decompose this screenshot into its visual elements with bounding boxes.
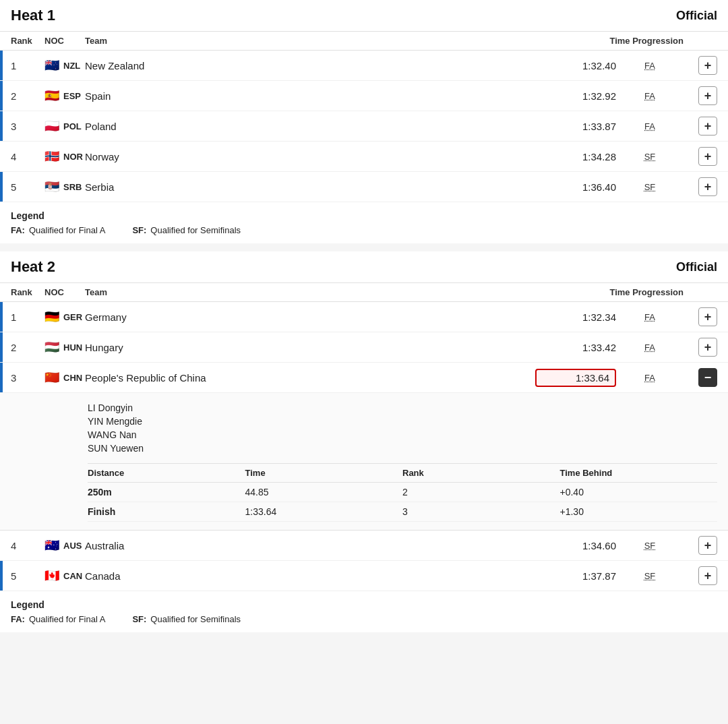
time-prog-col-header: Time Progression <box>535 36 684 46</box>
noc-code-esp: ESP <box>63 91 81 101</box>
noc-hun: 🇭🇺 HUN <box>44 342 85 353</box>
progression-aus: SF <box>616 541 684 551</box>
legend2-sf-val: Qualified for Semifinals <box>150 614 241 624</box>
heat2-row-1: 1 🇩🇪 GER Germany 1:32.34 FA + <box>0 302 728 332</box>
expand-can[interactable]: + <box>698 566 717 585</box>
rank-4: 4 <box>11 151 44 162</box>
legend2-sf: SF: Qualified for Semifinals <box>132 614 241 624</box>
distance-col: Distance <box>88 468 245 478</box>
noc-code-hun: HUN <box>63 342 82 353</box>
expand-aus[interactable]: + <box>698 536 717 555</box>
team-esp: Spain <box>85 90 535 102</box>
athlete-2: YIN Mengdie <box>88 415 717 428</box>
expand-pol[interactable]: + <box>698 117 717 135</box>
noc-srb: 🇷🇸 SRB <box>44 181 85 192</box>
rank-5: 5 <box>11 181 44 193</box>
heat2-table-header: Rank NOC Team Time Progression <box>0 282 728 302</box>
expand-ger[interactable]: + <box>698 307 717 326</box>
noc-code-ger: GER <box>63 312 82 322</box>
flag-can: 🇨🇦 <box>44 570 61 581</box>
progression-srb: SF <box>616 182 684 192</box>
progression-hun: FA <box>616 342 684 353</box>
heat1-block: Heat 1 Official Rank NOC Team Time Progr… <box>0 0 728 243</box>
split-rank-finish: 3 <box>402 506 560 517</box>
heat1-row-2: 2 🇪🇸 ESP Spain 1:32.92 FA + <box>0 81 728 111</box>
expand-esp[interactable]: + <box>698 86 717 105</box>
rank-col-header: Rank <box>11 36 44 46</box>
progression-nzl: FA <box>616 61 684 71</box>
split-rank-250: 2 <box>402 487 560 497</box>
rank-ger: 1 <box>11 311 44 323</box>
progression-esp: FA <box>616 91 684 101</box>
progression-can: SF <box>616 571 684 581</box>
rank-can: 5 <box>11 570 44 582</box>
legend1-fa-val: Qualified for Final A <box>29 225 105 235</box>
legend1-items: FA: Qualified for Final A SF: Qualified … <box>11 225 717 235</box>
rank-col: Rank <box>402 468 560 478</box>
rank-chn: 3 <box>11 372 44 384</box>
flag-esp: 🇪🇸 <box>44 90 61 101</box>
time-prog-col-header2: Time Progression <box>535 287 684 297</box>
rank-hun: 2 <box>11 342 44 353</box>
team-col-header: Team <box>85 36 535 46</box>
flag-hun: 🇭🇺 <box>44 342 61 353</box>
legend2-title: Legend <box>11 599 717 610</box>
rank-1: 1 <box>11 60 44 71</box>
expand-nzl[interactable]: + <box>698 56 717 75</box>
legend2-fa-val: Qualified for Final A <box>29 614 105 624</box>
noc-chn: 🇨🇳 CHN <box>44 372 85 383</box>
team-pol: Poland <box>85 121 535 132</box>
athlete-4: SUN Yuewen <box>88 442 717 455</box>
splits-header: Distance Time Rank Time Behind <box>88 464 717 483</box>
noc-code-nor: NOR <box>63 152 83 162</box>
legend2-sf-key: SF: <box>132 614 146 624</box>
athlete-3: WANG Nan <box>88 428 717 442</box>
legend1-sf: SF: Qualified for Semifinals <box>132 225 241 235</box>
noc-ger: 🇩🇪 GER <box>44 311 85 322</box>
time-hun: 1:33.42 <box>535 342 616 353</box>
heat1-legend: Legend FA: Qualified for Final A SF: Qua… <box>0 202 728 243</box>
heat1-row-4: 4 🇳🇴 NOR Norway 1:34.28 SF + <box>0 142 728 172</box>
team-aus: Australia <box>85 540 535 551</box>
noc-nor: 🇳🇴 NOR <box>44 151 85 162</box>
noc-can: 🇨🇦 CAN <box>44 570 85 581</box>
split-distance-finish: Finish <box>88 506 245 517</box>
heat2-row-2: 2 🇭🇺 HUN Hungary 1:33.42 FA + <box>0 332 728 363</box>
flag-pol: 🇵🇱 <box>44 121 61 131</box>
legend1-sf-key: SF: <box>132 225 146 235</box>
time-nzl: 1:32.40 <box>535 60 616 71</box>
china-splits-table: Distance Time Rank Time Behind 250m 44.8… <box>88 463 717 522</box>
team-ger: Germany <box>85 311 535 323</box>
progression-chn: FA <box>616 373 684 383</box>
expand-srb[interactable]: + <box>698 177 717 196</box>
split-time-finish: 1:33.64 <box>245 506 403 517</box>
rank-2: 2 <box>11 90 44 102</box>
rank-aus: 4 <box>11 540 44 551</box>
heat1-row-5: 5 🇷🇸 SRB Serbia 1:36.40 SF + <box>0 172 728 202</box>
heat2-row-5: 5 🇨🇦 CAN Canada 1:37.87 SF + <box>0 561 728 591</box>
team-srb: Serbia <box>85 181 535 193</box>
team-nor: Norway <box>85 151 535 162</box>
team-chn: People's Republic of China <box>85 372 535 384</box>
expand-hun[interactable]: + <box>698 338 717 357</box>
progression-pol: FA <box>616 121 684 131</box>
split-row-finish: Finish 1:33.64 3 +1.30 <box>88 502 717 522</box>
collapse-chn[interactable]: − <box>698 368 717 387</box>
flag-aus: 🇦🇺 <box>44 540 61 551</box>
heat2-block: Heat 2 Official Rank NOC Team Time Progr… <box>0 251 728 632</box>
team-can: Canada <box>85 570 535 582</box>
rank-3: 3 <box>11 121 44 132</box>
china-detail: LI Dongyin YIN Mengdie WANG Nan SUN Yuew… <box>0 393 728 531</box>
expand-nor[interactable]: + <box>698 147 717 166</box>
time-ger: 1:32.34 <box>535 311 616 323</box>
progression-nor: SF <box>616 152 684 162</box>
legend2-items: FA: Qualified for Final A SF: Qualified … <box>11 614 717 624</box>
noc-code-aus: AUS <box>63 541 82 551</box>
time-aus: 1:34.60 <box>535 540 616 551</box>
flag-chn: 🇨🇳 <box>44 372 61 383</box>
team-nzl: New Zealand <box>85 60 535 71</box>
time-srb: 1:36.40 <box>535 181 616 193</box>
noc-code-chn: CHN <box>63 373 82 383</box>
heat2-title: Heat 2 <box>11 258 55 276</box>
heat2-header: Heat 2 Official <box>0 251 728 282</box>
